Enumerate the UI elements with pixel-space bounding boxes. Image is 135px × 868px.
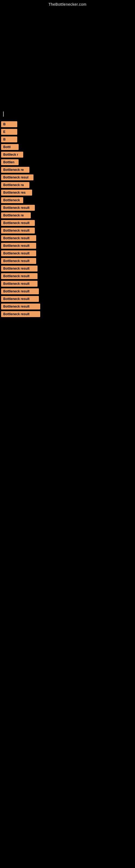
bottleneck-group: Bottl [0,144,135,150]
bottleneck-group: Bottleneck result [0,311,135,317]
bottleneck-group: Bottleneck ra [0,182,135,188]
bottleneck-result-item[interactable]: Bottleneck resul [1,175,34,180]
bottleneck-result-item[interactable]: Bottleneck result [1,250,36,256]
bottleneck-group: Bottleck r [0,152,135,158]
top-spacer-area [0,8,135,105]
bottleneck-group: Bottleneck result [0,235,135,241]
bottleneck-group: Bottleneck result [0,296,135,302]
bottleneck-group: Bottleneck [0,197,135,203]
bottleneck-result-item[interactable]: Bottleneck result [1,235,36,241]
bottleneck-result-item[interactable]: Bottleneck [1,197,23,203]
bottleneck-group: Bottlen [0,159,135,165]
bottleneck-result-item[interactable]: E [1,129,17,135]
bottleneck-group: Bottleneck resul [0,175,135,180]
bottleneck-result-item[interactable]: Bottleneck res [1,190,32,195]
bottleneck-group: Bottleneck result [0,304,135,310]
bottleneck-group: Bottleneck re [0,212,135,218]
bottleneck-result-item[interactable]: Bottleneck result [1,304,40,310]
bottleneck-result-item[interactable]: Bottleneck result [1,288,39,294]
site-title: TheBottlenecker.com [0,0,135,8]
bottleneck-group: Bottleneck res [0,190,135,195]
bottleneck-group: B [0,136,135,143]
bottleneck-result-item[interactable]: Bottleck r [1,152,23,158]
bottleneck-result-item[interactable]: Bottleneck result [1,205,35,211]
bottleneck-group: Bottleneck result [0,258,135,264]
bottleneck-result-item[interactable]: Bottleneck result [1,266,38,272]
bottleneck-result-item[interactable]: B [1,136,17,143]
bottleneck-list: BEBBottlBottleck rBottlenBottleneck reBo… [0,121,135,317]
bottleneck-result-item[interactable]: Bottleneck result [1,281,38,287]
bottleneck-result-item[interactable]: Bottleneck re [1,167,30,173]
bottleneck-result-item[interactable]: Bottleneck result [1,220,35,226]
bottleneck-result-item[interactable]: Bottleneck result [1,296,39,302]
bottleneck-group: Bottleneck result [0,243,135,249]
main-content: | BEBBottlBottleck rBottlenBottleneck re… [0,105,135,317]
bottleneck-result-item[interactable]: Bottleneck result [1,258,36,264]
pipe-indicator: | [0,108,135,120]
bottleneck-group: B [0,121,135,127]
bottleneck-group: Bottleneck result [0,281,135,287]
bottleneck-group: Bottleneck result [0,273,135,279]
bottleneck-result-item[interactable]: Bottleneck result [1,243,36,249]
bottleneck-result-item[interactable]: B [1,121,17,127]
bottleneck-result-item[interactable]: Bottleneck result [1,311,40,317]
site-title-bar: TheBottlenecker.com [0,0,135,8]
bottleneck-group: Bottleneck re [0,167,135,173]
bottleneck-result-item[interactable]: Bottlen [1,159,18,165]
bottleneck-result-item[interactable]: Bottl [1,144,18,150]
bottleneck-group: Bottleneck result [0,220,135,226]
bottleneck-group: Bottleneck result [0,205,135,211]
bottleneck-group: Bottleneck result [0,288,135,294]
bottleneck-group: Bottleneck result [0,227,135,234]
bottleneck-group: Bottleneck result [0,266,135,272]
bottleneck-result-item[interactable]: Bottleneck ra [1,182,30,188]
bottleneck-group: Bottleneck result [0,250,135,256]
bottleneck-result-item[interactable]: Bottleneck re [1,212,31,218]
bottleneck-group: E [0,129,135,135]
bottleneck-result-item[interactable]: Bottleneck result [1,227,35,234]
bottleneck-result-item[interactable]: Bottleneck result [1,273,38,279]
